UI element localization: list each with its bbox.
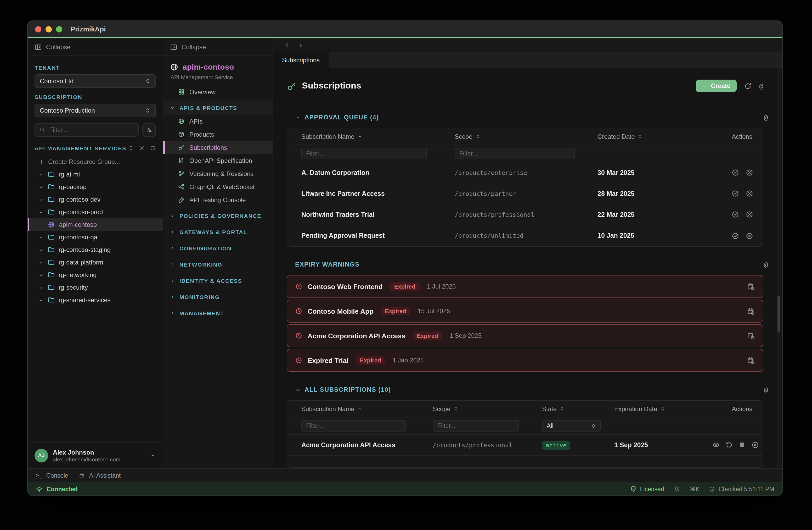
- refresh-icon[interactable]: [744, 82, 752, 90]
- expand-all-icon[interactable]: [128, 145, 134, 151]
- col-created-date[interactable]: Created Date: [583, 133, 696, 140]
- minimize-window-button[interactable]: [45, 26, 52, 32]
- approval-row[interactable]: A. Datum Corporation /products/enterpris…: [287, 162, 763, 183]
- tree-item-rg-contoso-prod[interactable]: rg-contoso-prod: [28, 206, 163, 219]
- filter-options-button[interactable]: [142, 123, 156, 137]
- maximize-window-button[interactable]: [56, 26, 62, 32]
- subscription-select[interactable]: Contoso Production: [34, 104, 156, 117]
- menu-section-management[interactable]: MANAGEMENT: [163, 306, 273, 320]
- reject-icon[interactable]: [745, 169, 753, 177]
- menu-item-openapi[interactable]: OpenAPI Specification: [163, 154, 273, 167]
- collapse-all-icon[interactable]: [139, 145, 145, 151]
- refresh-tree-icon[interactable]: [150, 145, 156, 151]
- expiry-warning-row[interactable]: Contoso Mobile App Expired 15 Jul 2025: [287, 299, 763, 323]
- subscription-row[interactable]: Acme Corporation API Access /products/pr…: [287, 435, 763, 456]
- menu-section-policies[interactable]: POLICIES & GOVERNANCE: [163, 208, 273, 223]
- col-subscription-name[interactable]: Subscription Name: [287, 405, 419, 413]
- tree-item-rg-contoso-staging[interactable]: rg-contoso-staging: [28, 243, 163, 256]
- view-icon[interactable]: [712, 441, 720, 449]
- create-button[interactable]: Create: [696, 80, 737, 92]
- reject-icon[interactable]: [745, 190, 753, 197]
- tree-item-rg-shared-services[interactable]: rg-shared-services: [28, 294, 163, 306]
- col-scope[interactable]: Scope: [440, 133, 583, 140]
- approval-scope-filter-input[interactable]: Filter...: [455, 148, 575, 159]
- reject-icon[interactable]: [745, 211, 753, 219]
- mention-icon[interactable]: @: [759, 82, 763, 90]
- vertical-scrollbar[interactable]: [777, 68, 781, 468]
- approve-icon[interactable]: [731, 190, 739, 197]
- approval-row[interactable]: Pending Approval Request /products/unlim…: [287, 225, 763, 246]
- subscription-row-partial[interactable]: [287, 456, 763, 467]
- test-tube-icon: [178, 196, 185, 203]
- menu-section-identity[interactable]: IDENTITY & ACCESS: [163, 274, 273, 288]
- sidebar2-collapse-button[interactable]: Collapse: [163, 38, 273, 56]
- mention-icon[interactable]: @: [764, 386, 768, 393]
- calendar-clock-icon[interactable]: [747, 357, 755, 364]
- menu-item-overview[interactable]: Overview: [163, 85, 273, 98]
- expiry-warning-row[interactable]: Acme Corporation API Access Expired 1 Se…: [287, 324, 763, 347]
- mention-icon[interactable]: @: [764, 261, 768, 268]
- calendar-clock-icon[interactable]: [747, 332, 755, 340]
- cancel-icon[interactable]: [751, 441, 759, 449]
- menu-section-gateways[interactable]: GATEWAYS & PORTAL: [163, 225, 273, 239]
- close-window-button[interactable]: [35, 26, 41, 32]
- col-state[interactable]: State: [528, 405, 600, 413]
- col-subscription-name[interactable]: Subscription Name: [287, 133, 440, 140]
- approval-name-filter-input[interactable]: Filter...: [301, 148, 427, 159]
- tree-item-rg-contoso-dev[interactable]: rg-contoso-dev: [28, 193, 163, 206]
- subs-scope-filter-input[interactable]: Filter...: [433, 420, 519, 432]
- menu-section-apis-products[interactable]: APIS & PRODUCTS: [163, 100, 273, 115]
- tree-item-rg-security[interactable]: rg-security: [28, 281, 163, 294]
- menu-item-subscriptions-selected[interactable]: Subscriptions: [163, 141, 273, 154]
- tab-subscriptions[interactable]: Subscriptions: [273, 52, 329, 68]
- state-filter-select[interactable]: All: [542, 420, 600, 432]
- reject-icon[interactable]: [745, 232, 753, 240]
- console-toggle[interactable]: >_ Console: [35, 472, 68, 479]
- forward-button[interactable]: [297, 42, 304, 48]
- menu-section-configuration[interactable]: CONFIGURATION: [163, 241, 273, 255]
- subs-name-filter-input[interactable]: Filter...: [301, 420, 406, 432]
- col-scope[interactable]: Scope: [419, 405, 528, 413]
- command-k-shortcut[interactable]: ⌘K: [690, 485, 700, 492]
- regenerate-icon[interactable]: [725, 441, 733, 449]
- menu-item-apis[interactable]: APIs: [163, 115, 273, 128]
- calendar-clock-icon[interactable]: [747, 282, 755, 290]
- approve-icon[interactable]: [731, 211, 739, 219]
- create-resource-group-item[interactable]: Create Resource Group...: [28, 155, 163, 168]
- approve-icon[interactable]: [731, 169, 739, 177]
- ai-assistant-toggle[interactable]: AI Assistant: [79, 472, 120, 479]
- approval-row[interactable]: Litware Inc Partner Access /products/par…: [287, 183, 763, 204]
- tree-item-rg-contoso-qa[interactable]: rg-contoso-qa: [28, 231, 163, 243]
- tree-item-rg-networking[interactable]: rg-networking: [28, 269, 163, 281]
- sidebar1-collapse-button[interactable]: Collapse: [28, 38, 163, 56]
- tenant-select[interactable]: Contoso Ltd: [34, 74, 156, 88]
- all-subscriptions-header[interactable]: ALL SUBSCRIPTIONS (10) @: [295, 383, 763, 396]
- expiry-warning-row[interactable]: Contoso Web Frontend Expired 1 Jul 2025: [287, 275, 763, 298]
- back-button[interactable]: [284, 42, 290, 48]
- scrollbar-thumb[interactable]: [778, 296, 780, 332]
- user-menu[interactable]: AJ Alex Johnson alex.johnson@contoso.com: [28, 442, 163, 468]
- menu-section-networking[interactable]: NETWORKING: [163, 257, 273, 271]
- state-badge: active: [542, 441, 570, 450]
- theme-toggle-icon[interactable]: [673, 486, 680, 492]
- approval-queue-header[interactable]: APPROVAL QUEUE (4) @: [295, 111, 763, 124]
- tree-item-rg-data-platform[interactable]: rg-data-platform: [28, 256, 163, 269]
- tree-filter-input[interactable]: Filter...: [34, 123, 139, 137]
- updown-chevron-icon: [591, 423, 596, 429]
- menu-section-monitoring[interactable]: MONITORING: [163, 290, 273, 304]
- tree-item-apim-contoso-selected[interactable]: apim-contoso: [28, 219, 163, 231]
- calendar-clock-icon[interactable]: [747, 307, 755, 315]
- menu-item-graphql[interactable]: GraphQL & WebSocket: [163, 180, 273, 193]
- menu-item-testing[interactable]: API Testing Console: [163, 193, 273, 206]
- chevron-right-icon: [170, 262, 175, 267]
- tree-item-rg-backup[interactable]: rg-backup: [28, 181, 163, 193]
- approval-row[interactable]: Northwind Traders Trial /products/profes…: [287, 204, 763, 225]
- tree-item-rg-ai-ml[interactable]: rg-ai-ml: [28, 168, 163, 181]
- menu-item-versioning[interactable]: Versioning & Revisions: [163, 167, 273, 180]
- expiry-warning-row[interactable]: Expired Trial Expired 1 Jan 2025: [287, 349, 763, 372]
- mention-icon[interactable]: @: [764, 113, 768, 121]
- suspend-icon[interactable]: [738, 441, 746, 449]
- approve-icon[interactable]: [731, 232, 739, 240]
- menu-item-products[interactable]: Products: [163, 128, 273, 141]
- col-expiration-date[interactable]: Expiration Date: [600, 405, 698, 413]
